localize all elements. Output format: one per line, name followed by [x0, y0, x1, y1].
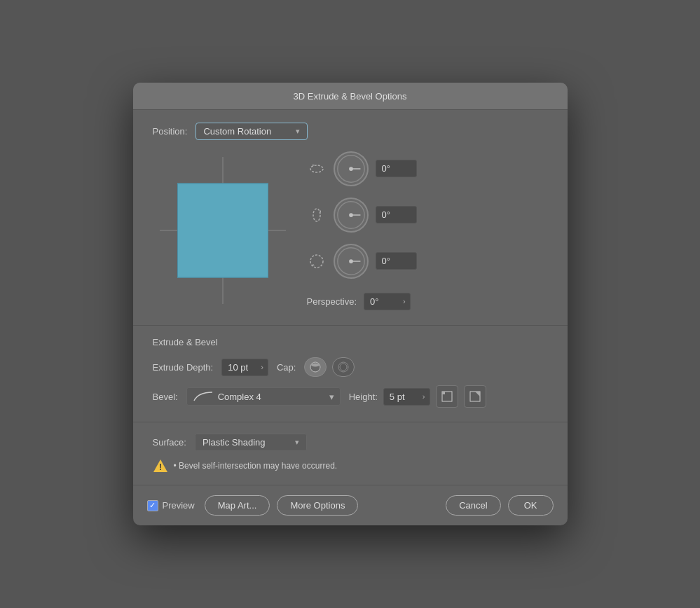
perspective-value: 0°	[364, 293, 403, 310]
perspective-input[interactable]: 0° ›	[364, 293, 411, 310]
warning-text: • Bevel self-intersection may have occur…	[174, 461, 338, 471]
x-angle-input[interactable]: 0°	[376, 160, 417, 177]
x-rotation-icon	[307, 159, 327, 179]
surface-section: Surface: Plastic Shading ▾ ! • Bevel sel…	[133, 422, 568, 485]
ok-button[interactable]: OK	[508, 495, 554, 516]
y-rotation-icon	[307, 205, 327, 225]
3d-preview	[153, 150, 293, 311]
bevel-chevron-down-icon: ▾	[329, 392, 334, 402]
preview-checkbox-group: ✓ Preview	[147, 500, 195, 511]
warning-row: ! • Bevel self-intersection may have occ…	[153, 458, 548, 474]
extrude-depth-label: Extrude Depth:	[153, 362, 214, 373]
bevel-value: Complex 4	[218, 392, 261, 402]
z-dial[interactable]	[334, 244, 369, 279]
dialog-title: 3D Extrude & Bevel Options	[294, 91, 407, 102]
cube-box	[177, 184, 268, 278]
z-rotation-row: 0°	[307, 244, 548, 279]
chevron-down-icon: ▾	[296, 127, 300, 136]
x-angle-value: 0°	[376, 160, 415, 177]
warning-icon: !	[153, 458, 168, 474]
z-rotation-icon	[307, 251, 327, 271]
svg-point-4	[313, 209, 320, 221]
height-chevron-right-icon: ›	[423, 392, 428, 401]
x-rotation-row: 0°	[307, 151, 548, 186]
y-angle-input[interactable]: 0°	[376, 206, 417, 223]
y-rotation-row: 0°	[307, 198, 548, 233]
perspective-row: Perspective: 0° ›	[307, 293, 548, 310]
rotation-controls: 0°	[307, 151, 548, 310]
extrude-chevron-right-icon: ›	[261, 363, 266, 371]
height-value: 5 pt	[384, 389, 423, 405]
cap-on-button[interactable]	[304, 357, 327, 377]
map-art-button[interactable]: Map Art...	[205, 495, 270, 516]
chevron-right-icon: ›	[403, 297, 409, 305]
bevel-row: Bevel: Complex 4 ▾ Height: 5 pt ›	[153, 385, 548, 408]
dialog: 3D Extrude & Bevel Options Position: Cus…	[133, 83, 568, 525]
position-dropdown[interactable]: Custom Rotation ▾	[195, 123, 308, 140]
cap-label: Cap:	[277, 362, 296, 373]
svg-point-13	[311, 364, 320, 367]
title-bar: 3D Extrude & Bevel Options	[133, 83, 568, 110]
z-angle-input[interactable]: 0°	[376, 252, 417, 270]
extrude-depth-row: Extrude Depth: 10 pt › Cap:	[153, 357, 548, 377]
bevel-outside-button[interactable]	[436, 385, 458, 408]
perspective-label: Perspective:	[307, 296, 357, 307]
surface-label: Surface:	[153, 437, 186, 448]
y-dial[interactable]	[334, 198, 369, 233]
extrude-section: Extrude & Bevel Extrude Depth: 10 pt › C…	[133, 326, 568, 422]
x-dial[interactable]	[334, 151, 369, 186]
height-input[interactable]: 5 pt ›	[383, 388, 430, 406]
y-angle-value: 0°	[376, 207, 415, 223]
more-options-button[interactable]: More Options	[277, 495, 358, 516]
svg-point-0	[310, 165, 323, 172]
height-group: Height: 5 pt ›	[349, 385, 486, 408]
extrude-section-title: Extrude & Bevel	[153, 337, 548, 347]
cap-group	[304, 357, 355, 377]
svg-point-3	[349, 167, 353, 171]
height-label: Height:	[349, 392, 378, 402]
bevel-inside-button[interactable]	[464, 385, 486, 408]
bottom-bar: ✓ Preview Map Art... More Options Cancel…	[133, 485, 568, 525]
position-label: Position:	[153, 126, 188, 137]
bevel-dropdown[interactable]: Complex 4 ▾	[186, 387, 341, 406]
checkmark-icon: ✓	[149, 502, 156, 509]
surface-value: Plastic Shading	[203, 437, 266, 448]
preview-label: Preview	[163, 500, 195, 511]
preview-checkbox[interactable]: ✓	[147, 500, 158, 511]
cancel-button[interactable]: Cancel	[446, 495, 500, 516]
position-value: Custom Rotation	[203, 126, 271, 137]
svg-point-7	[349, 213, 353, 217]
bevel-label: Bevel:	[153, 392, 178, 402]
svg-point-8	[310, 255, 323, 268]
svg-text:!: !	[159, 462, 162, 472]
surface-chevron-down-icon: ▾	[295, 438, 299, 447]
extrude-depth-input[interactable]: 10 pt ›	[221, 359, 268, 376]
svg-point-11	[349, 259, 353, 263]
z-angle-value: 0°	[376, 253, 415, 269]
cap-off-button[interactable]	[332, 357, 355, 377]
surface-row: Surface: Plastic Shading ▾	[153, 434, 548, 451]
position-section: Position: Custom Rotation ▾	[133, 110, 568, 326]
extrude-depth-value: 10 pt	[222, 359, 261, 375]
surface-dropdown[interactable]: Plastic Shading ▾	[195, 434, 307, 451]
